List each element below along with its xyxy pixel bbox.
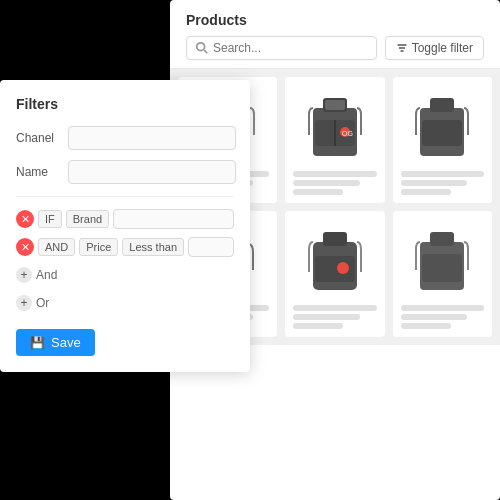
condition-field-brand: Brand [66,210,109,228]
product-line [293,305,376,311]
filters-title: Filters [16,96,234,112]
product-line [401,180,468,186]
product-card[interactable]: OG [285,77,384,203]
name-label: Name [16,165,68,179]
product-line [401,314,468,320]
save-icon: 💾 [30,336,45,350]
name-input[interactable] [68,160,236,184]
product-image [401,219,484,299]
condition-comparison-lessthan: Less than [122,238,184,256]
svg-rect-25 [323,232,347,246]
condition-operator-and: AND [38,238,75,256]
svg-point-0 [197,43,205,51]
toggle-filter-label: Toggle filter [412,41,473,55]
product-line [401,323,451,329]
svg-rect-30 [422,254,462,282]
filter-field-chanel: Chanel [16,126,234,150]
search-input[interactable] [213,41,368,55]
product-lines [293,171,376,195]
svg-rect-26 [315,256,355,282]
product-image [293,219,376,299]
product-line [293,180,360,186]
svg-line-1 [204,50,207,53]
svg-rect-29 [430,232,454,246]
product-line [293,314,360,320]
svg-text:OG: OG [342,130,353,137]
filter-divider [16,196,234,197]
filter-icon [396,42,408,54]
add-or-button[interactable]: + Or [16,293,49,313]
product-image: OG [293,85,376,165]
svg-rect-18 [430,98,454,112]
condition-value-brand[interactable] [113,209,234,229]
add-or-icon: + [16,295,32,311]
chanel-label: Chanel [16,131,68,145]
product-card[interactable] [393,77,492,203]
product-lines [401,305,484,329]
add-or-label: Or [36,296,49,310]
product-line [293,189,343,195]
svg-rect-12 [325,100,345,110]
products-header: Products Toggle filter [170,0,500,69]
condition-value-price[interactable] [188,237,234,257]
svg-point-27 [337,262,349,274]
search-filter-row: Toggle filter [186,36,484,60]
chanel-input[interactable] [68,126,236,150]
condition-operator-if: IF [38,210,62,228]
add-and-icon: + [16,267,32,283]
toggle-filter-button[interactable]: Toggle filter [385,36,484,60]
product-line [401,189,451,195]
product-line [293,323,343,329]
product-line [293,171,376,177]
condition-field-price: Price [79,238,118,256]
add-and-button[interactable]: + And [16,265,57,285]
remove-condition-button-2[interactable]: ✕ [16,238,34,256]
save-label: Save [51,335,81,350]
remove-condition-button[interactable]: ✕ [16,210,34,228]
product-line [401,171,484,177]
product-lines [401,171,484,195]
filter-field-name: Name [16,160,234,184]
svg-rect-19 [422,120,462,146]
condition-row-and: ✕ AND Price Less than [16,237,234,257]
save-button[interactable]: 💾 Save [16,329,95,356]
products-title: Products [186,12,484,28]
product-card[interactable] [285,211,384,337]
filters-panel: Filters Chanel Name ✕ IF Brand ✕ AND Pri… [0,80,250,372]
product-lines [293,305,376,329]
condition-row-if: ✕ IF Brand [16,209,234,229]
add-and-label: And [36,268,57,282]
product-line [401,305,484,311]
search-icon [195,41,209,55]
product-image [401,85,484,165]
search-box [186,36,377,60]
product-card[interactable] [393,211,492,337]
